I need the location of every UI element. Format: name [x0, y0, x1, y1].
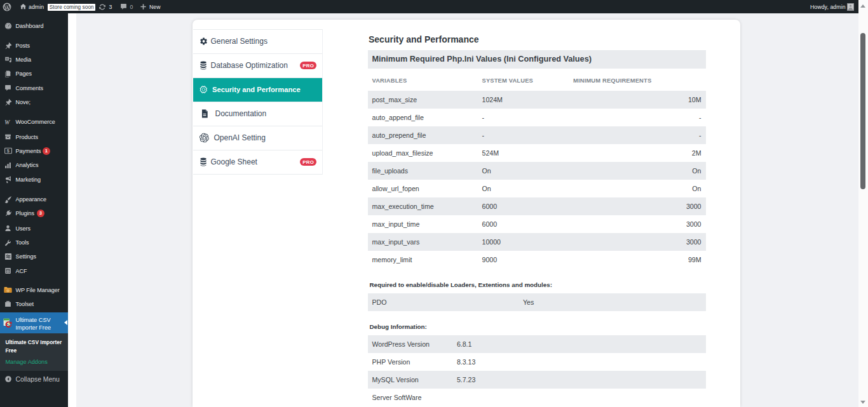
svg-text:W: W — [4, 119, 10, 125]
svg-text:w: w — [7, 289, 9, 292]
svg-text:$: $ — [6, 149, 9, 154]
